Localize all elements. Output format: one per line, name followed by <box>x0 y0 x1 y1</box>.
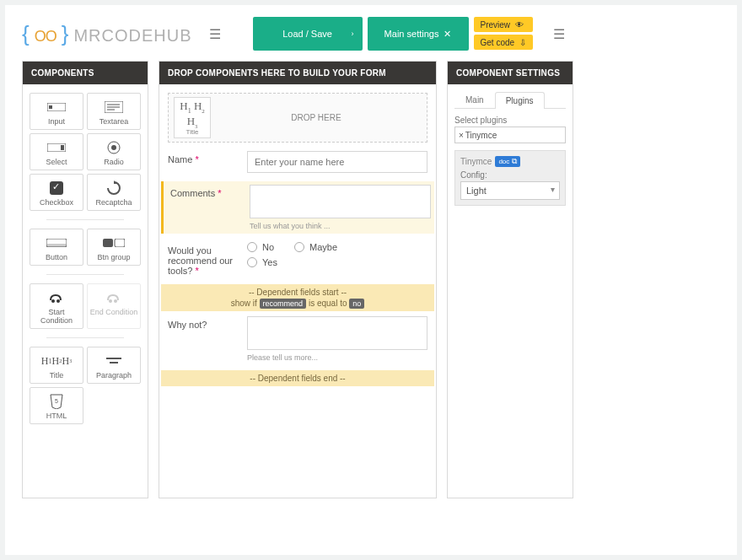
component-label: Button <box>32 253 81 261</box>
comments-textarea[interactable] <box>250 185 431 218</box>
component-radio[interactable]: Radio <box>87 133 141 170</box>
field-row-recommend[interactable]: Would you recommend our tools? * No Mayb… <box>168 242 427 276</box>
radio-icon <box>89 139 138 156</box>
radio-label: Yes <box>262 257 277 267</box>
svg-rect-13 <box>103 239 113 247</box>
component-button[interactable]: Button <box>30 229 83 266</box>
component-label: Checkbox <box>32 198 81 207</box>
settings-header: COMPONENT SETTINGS <box>448 62 573 84</box>
component-checkbox[interactable]: Checkbox <box>30 174 83 211</box>
doc-badge[interactable]: doc ⧉ <box>495 156 519 167</box>
logo-brace-left: { <box>22 21 30 47</box>
eye-icon: 👁 <box>515 20 524 30</box>
svg-point-18 <box>114 299 117 303</box>
field-row-whynot[interactable]: Why not? Please tell us more... <box>168 316 427 362</box>
field-label: Would you recommend our tools? * <box>168 242 239 276</box>
help-text: Tell us what you think ... <box>250 222 431 230</box>
tab-main[interactable]: Main <box>454 91 495 108</box>
drop-zone[interactable]: H1 H2 H3 Title DROP HERE <box>168 93 427 143</box>
component-title[interactable]: H1 H2 H3 Title <box>30 347 83 384</box>
svg-rect-12 <box>46 244 67 247</box>
radio-no[interactable]: No <box>247 242 274 252</box>
component-label: End Condition <box>89 308 138 316</box>
select-plugins-label: Select plugins <box>454 116 566 125</box>
settings-tabs: Main Plugins <box>454 91 566 109</box>
component-label: Textarea <box>89 117 138 126</box>
config-value: Light <box>466 186 487 196</box>
paragraph-icon <box>89 353 138 369</box>
get-code-label: Get code <box>481 38 515 47</box>
svg-point-15 <box>51 299 55 303</box>
tools-icon: ✕ <box>444 29 451 40</box>
end-cond-icon <box>89 289 138 306</box>
load-save-button[interactable]: Load / Save › <box>253 17 363 51</box>
component-end-condition[interactable]: End Condition <box>87 283 141 329</box>
svg-point-9 <box>111 145 116 150</box>
chip-remove-icon[interactable]: × <box>459 131 464 140</box>
config-select[interactable]: Light <box>460 181 560 200</box>
title-icon: H1 H2 H3 <box>32 353 81 369</box>
radio-yes[interactable]: Yes <box>247 257 277 267</box>
get-code-button[interactable]: Get code ⇩ <box>474 35 534 50</box>
field-row-name[interactable]: Name * <box>168 151 427 173</box>
component-start-condition[interactable]: Start Condition <box>30 283 83 329</box>
preview-button[interactable]: Preview 👁 <box>474 17 534 32</box>
components-header: COMPONENTS <box>23 62 148 84</box>
logo-brace-right: } <box>62 21 69 47</box>
component-html[interactable]: 5 HTML <box>30 387 83 424</box>
component-input[interactable]: Input <box>30 93 83 130</box>
component-label: Select <box>32 158 81 166</box>
component-label: Input <box>32 117 81 126</box>
html-icon: 5 <box>32 393 81 410</box>
name-input[interactable] <box>247 151 427 173</box>
btngroup-icon <box>89 234 138 251</box>
components-panel: COMPONENTS Input Textarea Select <box>22 61 148 498</box>
component-paragraph[interactable]: Paragraph <box>87 347 141 384</box>
tab-plugins[interactable]: Plugins <box>495 92 545 109</box>
chip-label: Tinymce <box>465 131 497 140</box>
svg-rect-7 <box>61 145 64 150</box>
hamburger-left-icon[interactable]: ☰ <box>209 26 223 42</box>
drag-tile-title[interactable]: H1 H2 H3 Title <box>174 97 211 138</box>
drag-tile-label: Title <box>176 128 208 136</box>
dep-condition: show if recommend is equal to no <box>164 299 431 308</box>
builder-panel: DROP COMPONENTS HERE TO BUILD YOUR FORM … <box>159 61 437 498</box>
help-text: Please tell us more... <box>247 353 427 362</box>
main-settings-button[interactable]: Main settings ✕ <box>368 17 469 51</box>
logo-oo: OO <box>35 28 56 46</box>
component-label: Btn group <box>89 253 138 261</box>
plugin-chip[interactable]: ×Tinymce <box>459 131 497 140</box>
radio-maybe[interactable]: Maybe <box>294 242 337 252</box>
logo-text: MRCODEHUB <box>73 26 191 46</box>
plugin-config-section: Tinymce doc ⧉ Config: Light <box>454 150 566 206</box>
start-cond-icon <box>32 289 81 306</box>
component-label: Recaptcha <box>89 198 138 207</box>
field-label: Why not? <box>168 316 239 330</box>
plugins-tagbox[interactable]: ×Tinymce <box>454 127 566 143</box>
dep-value-tag: no <box>349 299 364 309</box>
load-save-label: Load / Save <box>282 29 332 39</box>
radio-icon <box>247 242 257 252</box>
config-label: Config: <box>460 170 560 180</box>
component-textarea[interactable]: Textarea <box>87 93 141 130</box>
drop-here-label: DROP HERE <box>211 113 422 122</box>
required-marker: * <box>195 154 198 164</box>
svg-point-17 <box>109 299 112 303</box>
component-select[interactable]: Select <box>30 133 83 170</box>
whynot-textarea[interactable] <box>247 316 427 350</box>
dependent-start-band[interactable]: -- Dependent fields start -- show if rec… <box>161 284 434 311</box>
dependent-end-band[interactable]: -- Dependent fields end -- <box>161 370 434 386</box>
required-marker: * <box>195 266 198 276</box>
separator <box>46 337 124 338</box>
separator <box>46 274 124 275</box>
preview-label: Preview <box>481 20 511 30</box>
component-recaptcha[interactable]: Recaptcha <box>87 174 141 211</box>
field-label: Comments * <box>170 185 241 198</box>
field-row-comments[interactable]: Comments * Tell us what you think ... <box>161 181 434 234</box>
svg-point-16 <box>56 299 60 303</box>
textarea-icon <box>89 99 138 116</box>
input-icon <box>32 99 81 116</box>
hamburger-right-icon[interactable]: ☰ <box>553 26 567 42</box>
radio-label: Maybe <box>309 242 337 252</box>
component-btngroup[interactable]: Btn group <box>87 229 141 266</box>
